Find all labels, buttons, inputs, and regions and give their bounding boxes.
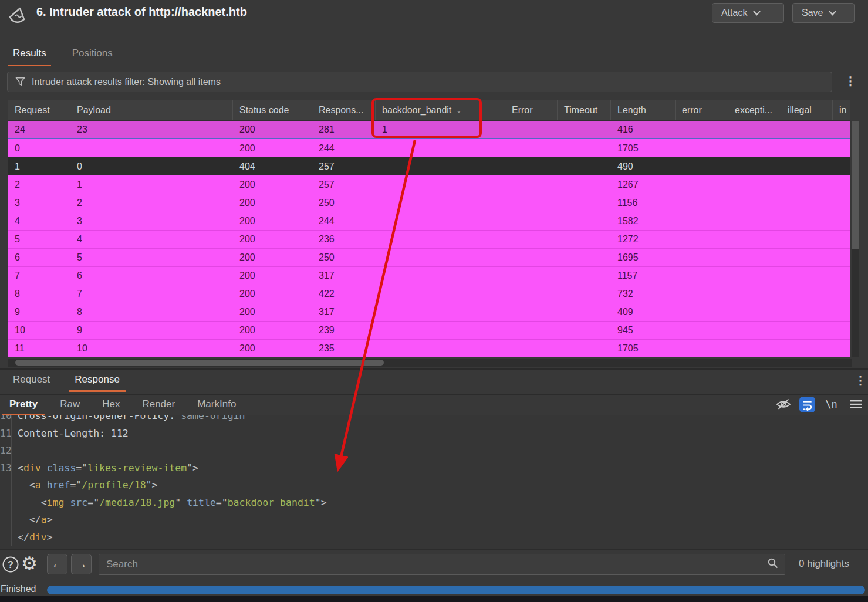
table-cell [781, 267, 833, 285]
table-cell [781, 194, 833, 212]
message-editor-tabs: Request Response [7, 373, 126, 392]
column-header[interactable]: Respons... [312, 100, 376, 120]
table-cell: 244 [312, 212, 376, 230]
column-header[interactable]: Payload [70, 100, 233, 120]
column-header[interactable]: Timeout [558, 100, 611, 120]
code-text: </div> [12, 529, 53, 546]
table-row[interactable]: 542002361272 [8, 230, 850, 248]
vertical-scrollbar[interactable] [852, 121, 859, 357]
save-button[interactable]: Save [792, 3, 855, 23]
view-tab-pretty[interactable]: Pretty [2, 397, 45, 416]
column-header[interactable]: Status code [233, 100, 312, 120]
table-row[interactable]: 10404257490 [8, 157, 850, 175]
table-cell [676, 285, 728, 303]
column-header[interactable]: Request [8, 100, 70, 120]
line-number: 10 [0, 415, 12, 425]
table-row[interactable]: 87200422732 [8, 285, 850, 303]
table-cell: 0 [8, 139, 70, 157]
table-cell [505, 139, 558, 157]
table-cell [376, 212, 505, 230]
table-cell [376, 194, 505, 212]
table-cell [781, 175, 833, 194]
view-tab-raw[interactable]: Raw [53, 397, 87, 416]
tab-request[interactable]: Request [7, 373, 56, 392]
column-header[interactable]: in [833, 100, 850, 120]
table-cell [781, 322, 833, 339]
search-icon[interactable] [767, 557, 779, 571]
table-cell: 404 [233, 157, 312, 175]
show-newlines-icon[interactable]: \n [823, 397, 839, 412]
results-filter-bar[interactable]: Intruder attack results filter: Showing … [7, 72, 832, 92]
table-row[interactable]: 432002441582 [8, 212, 850, 230]
table-row[interactable]: 762003171157 [8, 266, 850, 285]
column-header-label: backdoor_bandit [382, 105, 451, 116]
column-header[interactable]: Error [505, 100, 558, 120]
table-cell: 200 [233, 139, 312, 157]
table-cell [558, 249, 611, 266]
column-header[interactable]: Length [611, 100, 676, 120]
column-header[interactable]: excepti... [728, 100, 781, 120]
column-header[interactable]: backdoor_bandit⌄ [376, 100, 505, 120]
horizontal-scrollbar[interactable] [8, 359, 852, 367]
search-toolbar: ? ⚙ ← → 0 highlights [0, 549, 868, 582]
view-tab-hex[interactable]: Hex [95, 397, 127, 416]
view-tab-markinfo[interactable]: MarkInfo [190, 397, 243, 416]
code-line: 10Cross-Origin-Opener-Policy: same-origi… [0, 415, 868, 425]
column-header[interactable]: error [676, 100, 728, 120]
word-wrap-icon[interactable] [799, 397, 815, 412]
next-match-button[interactable]: → [71, 554, 92, 574]
table-cell: 5 [70, 249, 233, 266]
table-cell: 235 [312, 340, 376, 357]
table-cell [558, 231, 611, 248]
table-row[interactable]: 98200317409 [8, 303, 850, 321]
gear-icon[interactable]: ⚙ [21, 554, 38, 573]
attack-button[interactable]: Attack [712, 3, 784, 23]
table-cell: 200 [233, 121, 312, 138]
table-row[interactable]: 652002501695 [8, 248, 850, 266]
hide-highlights-eye-icon[interactable] [775, 397, 791, 412]
search-input[interactable] [99, 559, 767, 570]
column-header-label: Request [15, 105, 50, 116]
editor-menu-kebab-icon[interactable]: ⋮ [855, 374, 866, 386]
tab-positions[interactable]: Positions [67, 46, 117, 66]
view-tab-render[interactable]: Render [135, 397, 182, 416]
tab-response[interactable]: Response [69, 373, 126, 392]
table-cell: 6 [70, 267, 233, 285]
table-cell [728, 249, 781, 266]
line-number [0, 529, 12, 546]
table-cell [676, 175, 728, 194]
splitter[interactable] [0, 368, 868, 370]
table-row[interactable]: 212002571267 [8, 175, 850, 194]
view-bar: PrettyRawHexRenderMarkInfo \n [0, 395, 868, 415]
table-cell: 1 [70, 175, 233, 194]
table-cell [376, 267, 505, 285]
table-cell: 200 [233, 267, 312, 285]
table-cell: 416 [611, 121, 676, 138]
table-cell: 1705 [611, 340, 676, 357]
table-cell [676, 249, 728, 266]
tab-results[interactable]: Results [8, 46, 51, 66]
help-icon[interactable]: ? [2, 556, 19, 576]
save-button-label: Save [802, 8, 823, 18]
horizontal-scrollbar-thumb[interactable] [15, 360, 384, 366]
table-row[interactable]: 322002501156 [8, 194, 850, 212]
code-text: <img src="/media/18.jpg" title="backdoor… [12, 494, 327, 512]
filter-menu-kebab-icon[interactable]: ⋮ [845, 75, 856, 87]
vertical-scrollbar-thumb[interactable] [852, 121, 859, 249]
table-row[interactable]: 109200239945 [8, 321, 850, 339]
table-cell: 732 [611, 285, 676, 303]
table-row[interactable]: 24232002811416 [8, 121, 850, 139]
table-cell: 250 [312, 194, 376, 212]
table-row[interactable]: 02002441705 [8, 139, 850, 157]
table-cell [676, 267, 728, 285]
column-header-label: Error [512, 105, 533, 116]
table-cell: 200 [233, 285, 312, 303]
line-number [0, 494, 12, 512]
previous-match-button[interactable]: ← [47, 554, 67, 574]
table-row[interactable]: 11102002351705 [8, 339, 850, 357]
editor-settings-hamburger-icon[interactable] [847, 397, 863, 412]
column-header[interactable]: illegal [781, 100, 833, 120]
response-code-viewer[interactable]: 10Cross-Origin-Opener-Policy: same-origi… [0, 415, 868, 549]
code-line: 12 [0, 442, 868, 459]
table-cell [728, 285, 781, 303]
